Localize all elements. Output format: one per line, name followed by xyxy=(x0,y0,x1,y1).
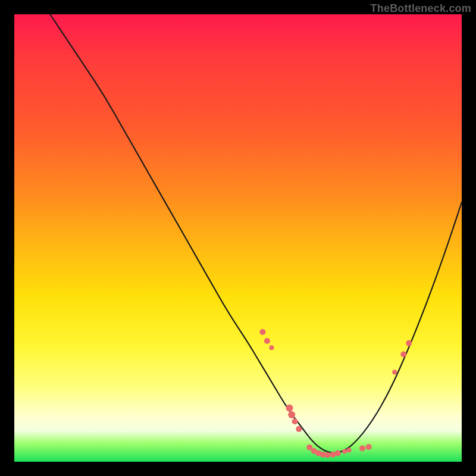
data-marker xyxy=(259,329,265,335)
data-marker xyxy=(264,338,270,344)
data-marker xyxy=(392,370,397,375)
data-marker xyxy=(406,340,412,346)
data-marker xyxy=(335,450,341,456)
data-marker xyxy=(400,352,406,358)
data-marker xyxy=(288,411,295,418)
bottleneck-curve xyxy=(50,14,462,453)
data-marker xyxy=(324,452,330,458)
data-marker xyxy=(342,449,347,454)
data-marker xyxy=(296,426,302,432)
data-marker xyxy=(269,345,274,350)
data-markers xyxy=(259,329,412,458)
watermark-text: TheBottleneck.com xyxy=(371,2,471,15)
data-marker xyxy=(366,444,372,450)
chart-frame xyxy=(14,14,462,462)
data-marker xyxy=(359,445,365,451)
data-marker xyxy=(286,405,293,412)
data-marker xyxy=(347,447,352,452)
data-marker xyxy=(292,418,298,424)
chart-svg xyxy=(14,14,462,462)
